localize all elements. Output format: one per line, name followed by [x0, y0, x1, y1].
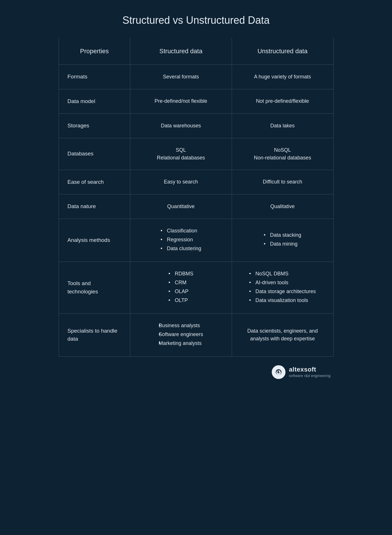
table-row: Specialists to handle dataBusiness analy… — [59, 313, 333, 356]
property-cell: Data nature — [59, 194, 130, 219]
list-item: Business analysts — [159, 322, 203, 329]
structured-cell: Business analystsSoftware engineersMarke… — [130, 313, 232, 356]
unstructured-cell: Data scientists, engineers, and analysts… — [232, 313, 333, 356]
list-item: Data clustering — [161, 245, 201, 252]
table-row: FormatsSeveral formatsA huge variety of … — [59, 65, 333, 89]
table-row: Data natureQuantitativeQualitative — [59, 194, 333, 219]
table-header-row: Properties Structured data Unstructured … — [59, 38, 333, 65]
list-item: Regression — [161, 236, 201, 244]
unstructured-cell: NoSQL DBMSAI-driven toolsData storage ar… — [232, 262, 333, 313]
brand-name: altexsoft — [289, 366, 330, 374]
list-item: NoSQL DBMS — [249, 270, 316, 278]
property-cell: Specialists to handle data — [59, 313, 130, 356]
brand-tagline: software r&d engineering — [289, 374, 330, 378]
list-item: OLTP — [168, 297, 193, 304]
list-item: CRM — [168, 279, 193, 287]
list-item: Data visualization tools — [249, 297, 316, 304]
header-properties: Properties — [59, 38, 130, 65]
property-cell: Formats — [59, 65, 130, 89]
unstructured-cell: NoSQLNon-relational databases — [232, 138, 333, 170]
list-item: Data stacking — [264, 231, 301, 239]
table-row: DatabasesSQLRelational databasesNoSQLNon… — [59, 138, 333, 170]
list-item: Marketing analysts — [159, 339, 203, 347]
header-unstructured: Unstructured data — [232, 38, 333, 65]
structured-cell: Data warehouses — [130, 114, 232, 138]
property-cell: Tools and technologies — [59, 262, 130, 313]
property-cell: Analysis methods — [59, 219, 130, 262]
page-container: Structured vs Unstructured Data Properti… — [59, 11, 334, 379]
property-cell: Data model — [59, 89, 130, 114]
unstructured-cell: Not pre-defined/flexible — [232, 89, 333, 114]
structured-cell: RDBMSCRMOLAPOLTP — [130, 262, 232, 313]
structured-cell: Quantitative — [130, 194, 232, 219]
table-row: StoragesData warehousesData lakes — [59, 114, 333, 138]
list-item: RDBMS — [168, 270, 193, 278]
property-cell: Databases — [59, 138, 130, 170]
structured-cell: Pre-defined/not flexible — [130, 89, 232, 114]
unstructured-cell: A huge variety of formats — [232, 65, 333, 89]
header-structured: Structured data — [130, 38, 232, 65]
comparison-table: Properties Structured data Unstructured … — [59, 38, 334, 357]
structured-cell: ClassificationRegressionData clustering — [130, 219, 232, 262]
property-cell: Storages — [59, 114, 130, 138]
unstructured-cell: Data stackingData mining — [232, 219, 333, 262]
table-body: FormatsSeveral formatsA huge variety of … — [59, 65, 333, 357]
list-item: OLAP — [168, 288, 193, 295]
unstructured-cell: Data lakes — [232, 114, 333, 138]
structured-cell: Several formats — [130, 65, 232, 89]
brand-logo — [272, 365, 285, 379]
list-item: Data mining — [264, 240, 301, 248]
page-title: Structured vs Unstructured Data — [59, 11, 334, 26]
unstructured-cell: Difficult to search — [232, 170, 333, 194]
brand-text: altexsoft software r&d engineering — [289, 366, 330, 378]
property-cell: Ease of search — [59, 170, 130, 194]
table-row: Tools and technologiesRDBMSCRMOLAPOLTPNo… — [59, 262, 333, 313]
structured-cell: SQLRelational databases — [130, 138, 232, 170]
brand-footer: altexsoft software r&d engineering — [59, 365, 334, 379]
table-row: Ease of searchEasy to searchDifficult to… — [59, 170, 333, 194]
brand-logo-icon — [275, 368, 283, 376]
list-item: Data storage architectures — [249, 288, 316, 295]
structured-cell: Easy to search — [130, 170, 232, 194]
unstructured-cell: Qualitative — [232, 194, 333, 219]
list-item: AI-driven tools — [249, 279, 316, 287]
table-row: Data modelPre-defined/not flexibleNot pr… — [59, 89, 333, 114]
list-item: Classification — [161, 227, 201, 235]
list-item: Software engineers — [159, 331, 203, 338]
table-row: Analysis methodsClassificationRegression… — [59, 219, 333, 262]
